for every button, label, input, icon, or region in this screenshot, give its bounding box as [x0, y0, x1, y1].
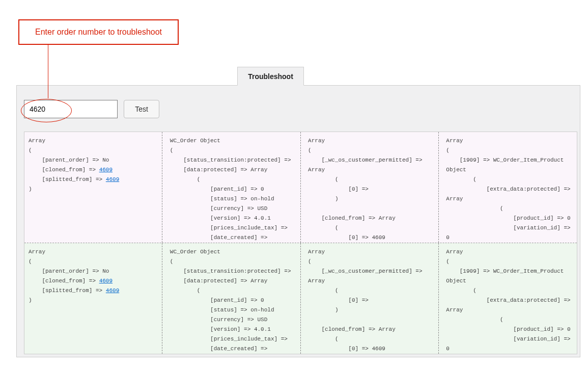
dump-text: Array ( [1909] => WC_Order_Item_Product …: [439, 243, 577, 354]
annotation-line: [48, 45, 48, 98]
main-panel: Test Array ( [parent_order] => No [clone…: [16, 85, 580, 357]
dump-text: WC_Order Object ( [status_transition:pro…: [162, 132, 300, 243]
dump-text: ): [29, 186, 32, 192]
dump-text: WC_Order Object ( [status_transition:pro…: [162, 243, 300, 354]
link-splitted-from[interactable]: 4609: [106, 287, 119, 294]
col-2: WC_Order Object ( [status_transition:pro…: [162, 132, 300, 243]
form-row: Test: [24, 100, 159, 118]
test-button[interactable]: Test: [124, 100, 159, 118]
results-container: Array ( [parent_order] => No [cloned_fro…: [24, 132, 577, 354]
tab-label: Troubleshoot: [248, 72, 293, 81]
dump-text: Array ( [parent_order] => No [cloned_fro…: [29, 138, 109, 173]
annotation-callout-text: Enter order number to troubleshoot: [35, 28, 162, 37]
result-columns: Array ( [parent_order] => No [cloned_fro…: [24, 132, 577, 243]
result-columns: Array ( [parent_order] => No [cloned_fro…: [24, 243, 577, 354]
dump-text: [splitted_from] =>: [29, 176, 106, 182]
dump-text: Array ( [_wc_os_customer_permitted] => A…: [301, 243, 438, 354]
page-root: Enter order number to troubleshoot Troub…: [0, 0, 588, 366]
link-cloned-from[interactable]: 4609: [99, 278, 113, 284]
dump-text: Array ( [parent_order] => No [cloned_fro…: [29, 249, 109, 284]
col-1: Array ( [parent_order] => No [cloned_fro…: [24, 243, 162, 354]
dump-text: Array ( [1909] => WC_Order_Item_Product …: [439, 132, 577, 243]
tab-troubleshoot[interactable]: Troubleshoot: [237, 67, 304, 86]
dump-text: Array ( [_wc_os_customer_permitted] => A…: [301, 132, 438, 243]
dump-text: [splitted_from] =>: [29, 287, 106, 294]
result-block-top[interactable]: Array ( [parent_order] => No [cloned_fro…: [24, 132, 577, 243]
col-4: Array ( [1909] => WC_Order_Item_Product …: [439, 132, 577, 243]
order-number-input[interactable]: [24, 100, 118, 118]
col-1: Array ( [parent_order] => No [cloned_fro…: [24, 132, 162, 243]
link-cloned-from[interactable]: 4609: [99, 167, 113, 173]
result-block-bottom[interactable]: Array ( [parent_order] => No [cloned_fro…: [24, 243, 577, 354]
col-3: Array ( [_wc_os_customer_permitted] => A…: [301, 132, 439, 243]
annotation-callout: Enter order number to troubleshoot: [18, 19, 179, 45]
col-3: Array ( [_wc_os_customer_permitted] => A…: [301, 243, 439, 354]
col-4: Array ( [1909] => WC_Order_Item_Product …: [439, 243, 577, 354]
col-2: WC_Order Object ( [status_transition:pro…: [162, 243, 300, 354]
link-splitted-from[interactable]: 4609: [106, 176, 119, 182]
dump-text: ): [29, 297, 32, 303]
